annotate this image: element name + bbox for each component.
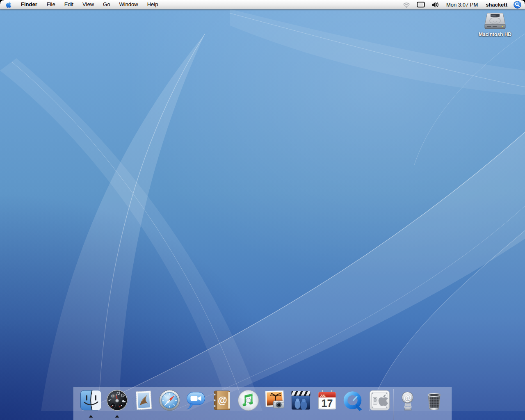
- ical-month: JUL: [320, 394, 326, 397]
- ical-icon: JUL 17: [316, 389, 339, 412]
- dock-finder[interactable]: [78, 389, 104, 418]
- menu-clock[interactable]: Mon 3:07 PM: [443, 2, 482, 8]
- mail-icon: [132, 389, 155, 412]
- dock-apple-web-link[interactable]: @: [395, 389, 421, 418]
- dock-mail[interactable]: [130, 389, 157, 418]
- safari-icon: [158, 389, 181, 412]
- running-indicator: [89, 415, 93, 418]
- menu-view[interactable]: View: [78, 0, 98, 9]
- dock-safari[interactable]: [157, 389, 183, 418]
- dock-system-preferences[interactable]: [367, 389, 393, 418]
- screen-corner-right: [521, 0, 525, 4]
- dock: @: [74, 387, 452, 420]
- apple-logo-icon: [6, 1, 11, 8]
- menu-help[interactable]: Help: [143, 0, 163, 9]
- system-preferences-icon: [368, 389, 391, 412]
- dock-dashboard[interactable]: @: [104, 389, 130, 418]
- menu-bar-right: Mon 3:07 PM shackett: [399, 0, 525, 9]
- dock-ichat[interactable]: [183, 389, 209, 418]
- svg-text:@: @: [218, 395, 227, 406]
- desktop-icon-label: Macintosh HD: [479, 32, 511, 37]
- displays-menu-extra[interactable]: [413, 0, 428, 9]
- menu-window[interactable]: Window: [114, 0, 142, 9]
- finder-icon: [80, 389, 103, 412]
- mac-desktop: Finder File Edit View Go Window Help: [0, 0, 525, 420]
- url-spring-icon: @: [397, 389, 420, 412]
- menu-bar-left: Finder File Edit View Go Window Help: [0, 0, 162, 9]
- menu-file[interactable]: File: [42, 0, 60, 9]
- dock-address-book[interactable]: @: [209, 389, 235, 418]
- dock-iphoto[interactable]: [262, 389, 288, 418]
- menu-edit[interactable]: Edit: [60, 0, 78, 9]
- trash-icon: [423, 389, 446, 412]
- hard-drive-icon: [483, 12, 507, 31]
- desktop-icon-macintosh-hd[interactable]: Macintosh HD: [471, 12, 519, 37]
- dock-trash[interactable]: [421, 389, 447, 418]
- spotlight-icon: [514, 1, 521, 9]
- dock-itunes[interactable]: [235, 389, 262, 418]
- running-indicator: [115, 415, 119, 418]
- menu-bar: Finder File Edit View Go Window Help: [0, 0, 525, 9]
- airport-icon: [403, 1, 410, 8]
- fast-user-switch-menu[interactable]: shackett: [482, 2, 511, 8]
- imovie-icon: [290, 389, 313, 412]
- volume-menu-extra[interactable]: [428, 0, 443, 9]
- dock-ical[interactable]: JUL 17: [314, 389, 340, 418]
- dock-imovie[interactable]: [288, 389, 314, 418]
- desktop-area: Macintosh HD: [0, 9, 525, 420]
- svg-text:@: @: [111, 394, 115, 398]
- quicktime-icon: [342, 389, 365, 412]
- airport-menu-extra[interactable]: [399, 0, 413, 9]
- iphoto-icon: [263, 389, 286, 412]
- ichat-icon: [185, 389, 208, 412]
- address-book-icon: @: [211, 389, 234, 412]
- menu-active-app[interactable]: Finder: [16, 0, 42, 9]
- dashboard-icon: @: [106, 389, 129, 412]
- dock-separator: [394, 389, 394, 420]
- screen-corner-left: [0, 0, 4, 4]
- volume-icon: [431, 2, 439, 8]
- aqua-wallpaper: [0, 9, 525, 420]
- ical-day: 17: [322, 397, 333, 409]
- menu-go[interactable]: Go: [98, 0, 114, 9]
- dock-quicktime[interactable]: [340, 389, 367, 418]
- itunes-icon: [237, 389, 260, 412]
- displays-icon: [417, 2, 425, 8]
